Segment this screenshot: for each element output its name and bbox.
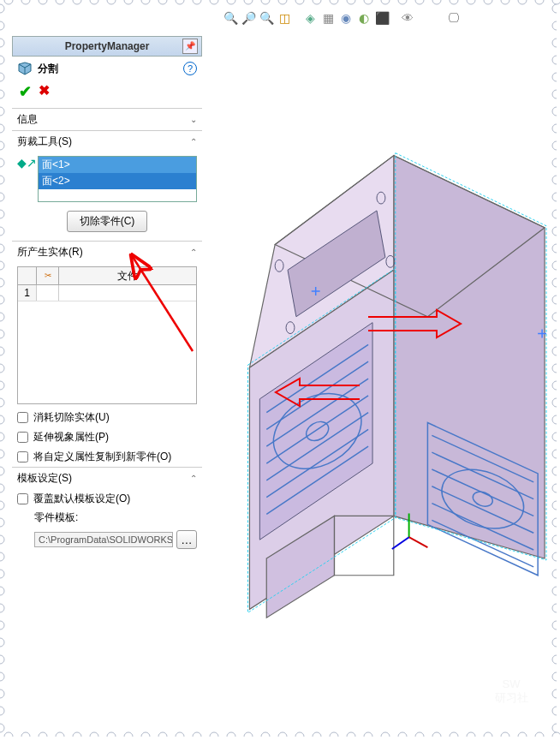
extend-checkbox[interactable]: [17, 432, 28, 443]
resulting-bodies-header[interactable]: 所产生实体(R) ⌃: [12, 241, 202, 263]
hide-show-icon[interactable]: ◉: [338, 10, 354, 26]
feature-name: 分割: [38, 62, 58, 76]
info-label: 信息: [17, 112, 38, 127]
pm-title-bar: PropertyManager 📌: [12, 36, 202, 57]
selection-list[interactable]: 面<1> 面<2>: [38, 156, 197, 202]
pin-icon[interactable]: 📌: [182, 39, 198, 54]
cut-part-button[interactable]: 切除零件(C): [67, 211, 148, 232]
consume-checkbox[interactable]: [17, 412, 28, 423]
orientation-icon[interactable]: ◈: [302, 10, 318, 26]
svg-rect-6: [0, 0, 9, 740]
template-section-header[interactable]: 模板设定(S) ⌃: [12, 467, 202, 489]
consume-label: 消耗切除实体(U): [33, 410, 110, 425]
bodies-label: 所产生实体(R): [17, 245, 83, 260]
trim-tools-body: ◆↗ 面<1> 面<2> 切除零件(C): [12, 152, 202, 241]
face-selection-icon[interactable]: ◆↗: [17, 156, 34, 170]
chevron-down-icon: ⌄: [190, 115, 197, 124]
graphics-viewport[interactable]: [206, 33, 548, 728]
copy-props-checkbox[interactable]: [17, 451, 28, 462]
property-manager-panel: PropertyManager 📌 分割 ? ✔ ✖ 信息 ⌄ 剪裁工具(S) …: [12, 36, 202, 552]
table-row[interactable]: 1: [18, 285, 196, 301]
prev-view-icon[interactable]: 🔍: [259, 10, 274, 26]
trim-tools-header[interactable]: 剪裁工具(S) ⌃: [12, 130, 202, 152]
resulting-bodies-body: ✂ 文件 1: [12, 263, 202, 408]
svg-line-17: [409, 537, 428, 547]
list-item[interactable]: 面<1>: [39, 157, 196, 173]
checkbox-row: 延伸视象属性(P): [12, 427, 202, 447]
part-template-label: 零件模板:: [12, 509, 202, 527]
list-item[interactable]: 面<2>: [39, 173, 196, 189]
model-view: [206, 33, 548, 728]
zoom-area-icon[interactable]: 🔎: [241, 10, 256, 26]
pm-title: PropertyManager: [65, 40, 150, 52]
section-view-icon[interactable]: ◫: [277, 10, 292, 26]
chevron-up-icon: ⌃: [190, 248, 197, 257]
svg-rect-5: [0, 731, 560, 740]
template-path-input[interactable]: C:\ProgramData\SOLIDWORKS\: [34, 532, 173, 547]
view-toolbar: 🔍 🔎 🔍 ◫ ◈ ▦ ◉ ◐ ⬛ 👁 🖵: [223, 10, 462, 26]
watermark: SW 研习社: [481, 661, 541, 721]
checkbox-row: 将自定义属性复制到新零件(O): [12, 447, 202, 467]
svg-rect-7: [551, 0, 560, 740]
extend-label: 延伸视象属性(P): [33, 430, 109, 445]
info-section-header[interactable]: 信息 ⌄: [12, 108, 202, 130]
view-settings-icon[interactable]: 👁: [400, 10, 415, 26]
browse-button[interactable]: …: [176, 530, 197, 549]
template-path-row: C:\ProgramData\SOLIDWORKS\ …: [12, 527, 202, 552]
checkbox-row: 消耗切除实体(U): [12, 408, 202, 427]
apply-scene-icon[interactable]: ⬛: [374, 10, 390, 26]
ok-button[interactable]: ✔: [19, 82, 32, 101]
trim-tools-label: 剪裁工具(S): [17, 134, 72, 149]
checkbox-row: 覆盖默认模板设定(O): [12, 489, 202, 509]
edit-appearance-icon[interactable]: ◐: [356, 10, 372, 26]
confirm-row: ✔ ✖: [12, 81, 202, 108]
feature-header: 分割 ?: [12, 57, 202, 81]
bodies-table[interactable]: ✂ 文件 1: [17, 266, 197, 404]
override-checkbox[interactable]: [17, 493, 28, 504]
zoom-fit-icon[interactable]: 🔍: [223, 10, 238, 26]
display-style-icon[interactable]: ▦: [320, 10, 336, 26]
help-icon[interactable]: ?: [183, 62, 197, 75]
svg-line-18: [392, 537, 409, 549]
chevron-up-icon: ⌃: [190, 137, 197, 146]
chevron-up-icon: ⌃: [190, 474, 197, 483]
file-column-header: 文件: [59, 267, 196, 284]
cancel-button[interactable]: ✖: [39, 82, 50, 101]
row-number: 1: [18, 285, 37, 301]
restore-icon[interactable]: 🖵: [446, 10, 462, 26]
copy-props-label: 将自定义属性复制到新零件(O): [33, 450, 171, 464]
template-label: 模板设定(S): [17, 471, 72, 486]
split-feature-icon: [17, 61, 33, 76]
svg-rect-4: [0, 0, 560, 9]
override-label: 覆盖默认模板设定(O): [33, 492, 130, 506]
scissors-icon[interactable]: ✂: [37, 267, 59, 284]
